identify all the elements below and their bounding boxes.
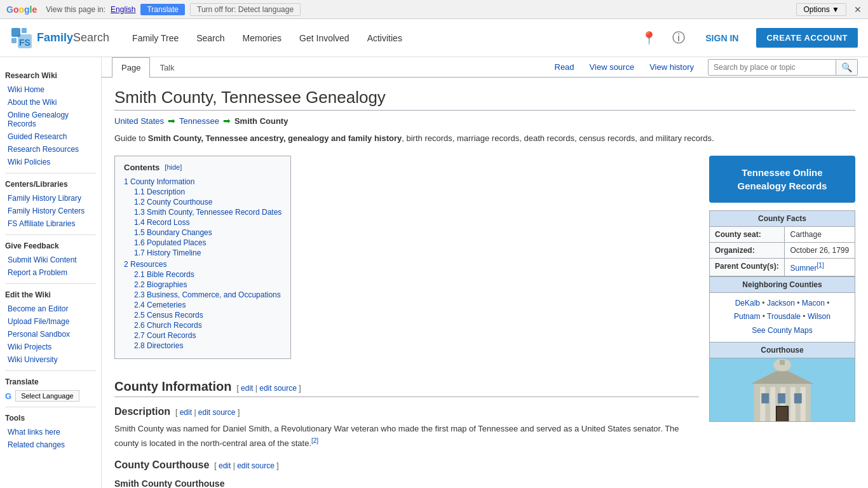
contents-link-1-5[interactable]: 1.5 Boundary Changes xyxy=(134,228,212,237)
sidebar-item-wiki-home[interactable]: Wiki Home xyxy=(5,84,96,95)
sidebar-item-family-history-centers[interactable]: Family History Centers xyxy=(5,205,96,217)
sidebar-item-personal-sandbox[interactable]: Personal Sandbox xyxy=(5,329,96,340)
organized-label: Organized: xyxy=(710,242,785,258)
contents-link-2-6[interactable]: 2.6 Church Records xyxy=(134,321,202,330)
action-view-source[interactable]: View source xyxy=(583,57,641,77)
sidebar-item-research-resources[interactable]: Research Resources xyxy=(5,144,96,155)
sidebar-divider-4 xyxy=(5,370,96,371)
sidebar-item-wiki-university[interactable]: Wiki University xyxy=(5,354,96,365)
options-button[interactable]: Options ▼ xyxy=(796,3,846,16)
sidebar-item-about-wiki[interactable]: About the Wiki xyxy=(5,97,96,108)
tab-page[interactable]: Page xyxy=(112,57,150,78)
action-view-history[interactable]: View history xyxy=(643,57,700,77)
nav-memories[interactable]: Memories xyxy=(235,28,289,48)
contents-link-1-6[interactable]: 1.6 Populated Places xyxy=(134,238,206,247)
desc-edit-source-link[interactable]: edit source xyxy=(198,408,236,417)
create-account-button[interactable]: CREATE ACCOUNT xyxy=(756,28,858,48)
neighbor-dekalb[interactable]: DeKalb xyxy=(735,299,760,308)
contents-link-1-7[interactable]: 1.7 History Timeline xyxy=(134,248,201,257)
logo-link[interactable]: FS FamilySearch xyxy=(10,27,109,50)
neighbor-wilson[interactable]: Wilson xyxy=(808,312,831,321)
language-link[interactable]: English xyxy=(111,5,135,14)
courthouse-header: County Courthouse [ edit | edit source ] xyxy=(114,459,699,471)
courthouse-edit-link[interactable]: edit xyxy=(219,461,231,470)
sidebar-item-report-problem[interactable]: Report a Problem xyxy=(5,267,96,278)
see-county-maps-link[interactable]: See County Maps xyxy=(752,326,812,335)
translate-bar: Google View this page in: English Transl… xyxy=(0,0,868,19)
sidebar-item-fs-affiliate-libraries[interactable]: FS Affiliate Libraries xyxy=(5,218,96,229)
article-main: Contents [hide] 1 County Information 1.1… xyxy=(114,156,699,488)
sidebar-divider-5 xyxy=(5,407,96,407)
parent-county-value: Sumner[1] xyxy=(785,258,855,276)
contents-link-1-4[interactable]: 1.4 Record Loss xyxy=(134,218,189,227)
svg-rect-11 xyxy=(801,387,806,422)
sidebar-item-family-history-library[interactable]: Family History Library xyxy=(5,193,96,204)
content-with-sidebar: Contents [hide] 1 County Information 1.1… xyxy=(114,156,855,488)
footnote-2: [2] xyxy=(311,437,318,444)
close-translate-button[interactable]: ✕ xyxy=(854,4,862,15)
sidebar-divider-2 xyxy=(5,234,96,235)
sidebar-item-related-changes[interactable]: Related changes xyxy=(5,439,96,451)
county-info-edit-source-link[interactable]: edit source xyxy=(259,384,297,393)
familysearch-logo-icon: FS xyxy=(10,27,33,50)
breadcrumb-us[interactable]: United States xyxy=(114,116,164,126)
wiki-search-button[interactable]: 🔍 xyxy=(836,60,857,75)
neighbor-putnam[interactable]: Putnam xyxy=(734,312,760,321)
sumner-link[interactable]: Sumner xyxy=(790,264,817,273)
county-info-edit-link[interactable]: edit xyxy=(241,384,253,393)
contents-link-2[interactable]: 2 Resources xyxy=(124,260,166,269)
sidebar-item-online-records[interactable]: Online Genealogy Records xyxy=(5,109,96,130)
contents-link-1[interactable]: 1 County Information xyxy=(124,177,194,186)
sidebar-item-guided-research[interactable]: Guided Research xyxy=(5,131,96,142)
breadcrumb-tn[interactable]: Tennessee xyxy=(179,116,219,126)
contents-link-2-5[interactable]: 2.5 Census Records xyxy=(134,311,203,320)
organized-value: October 26, 1799 xyxy=(785,242,855,258)
action-read[interactable]: Read xyxy=(548,57,581,77)
translate-button[interactable]: Translate xyxy=(140,4,185,15)
sidebar-item-upload-file[interactable]: Upload File/Image xyxy=(5,316,96,327)
breadcrumb-current: Smith County xyxy=(234,116,288,126)
nav-activities[interactable]: Activities xyxy=(360,28,410,48)
wiki-search-input[interactable] xyxy=(709,60,836,74)
sidebar-item-become-editor[interactable]: Become an Editor xyxy=(5,303,96,315)
sidebar-item-wiki-policies[interactable]: Wiki Policies xyxy=(5,156,96,168)
neighbor-trousdale[interactable]: Trousdale xyxy=(767,312,801,321)
contents-link-2-4[interactable]: 2.4 Cemeteries xyxy=(134,301,186,309)
select-language-button[interactable]: Select Language xyxy=(15,390,79,402)
tn-records-button[interactable]: Tennessee OnlineGenealogy Records xyxy=(709,156,855,203)
contents-link-1-1[interactable]: 1.1 Description xyxy=(134,187,185,196)
sidebar-item-what-links[interactable]: What links here xyxy=(5,426,96,438)
breadcrumb-arrow-2: ➡ xyxy=(223,116,231,126)
help-icon-button[interactable]: ⓘ xyxy=(670,27,688,49)
contents-link-2-2[interactable]: 2.2 Biographies xyxy=(134,280,187,289)
turnoff-button[interactable]: Turn off for: Detect language xyxy=(190,3,301,16)
neighboring-header: Neighboring Counties xyxy=(709,276,855,293)
desc-edit-link[interactable]: edit xyxy=(180,408,192,417)
main-nav: FS FamilySearch Family Tree Search Memor… xyxy=(0,19,868,57)
contents-link-2-3[interactable]: 2.3 Business, Commerce, and Occupations xyxy=(134,290,281,299)
county-seat-label: County seat: xyxy=(710,226,785,242)
contents-link-1-2[interactable]: 1.2 County Courthouse xyxy=(134,198,212,207)
svg-rect-7 xyxy=(760,387,765,422)
nav-search[interactable]: Search xyxy=(189,28,232,48)
sign-in-button[interactable]: SIGN IN xyxy=(698,28,746,48)
research-wiki-title: Research Wiki xyxy=(5,71,96,80)
contents-link-2-7[interactable]: 2.7 Court Records xyxy=(134,331,196,340)
svg-rect-1 xyxy=(22,28,27,33)
courthouse-name: Smith County Courthouse xyxy=(114,476,699,488)
courthouse-edit-source-link[interactable]: edit source xyxy=(237,461,275,470)
sidebar-item-wiki-projects[interactable]: Wiki Projects xyxy=(5,341,96,353)
nav-family-tree[interactable]: Family Tree xyxy=(125,28,186,48)
neighbor-macon[interactable]: Macon xyxy=(802,299,825,308)
svg-rect-16 xyxy=(761,393,769,403)
nav-get-involved[interactable]: Get Involved xyxy=(292,28,357,48)
contents-link-2-1[interactable]: 2.1 Bible Records xyxy=(134,270,194,279)
contents-hide-link[interactable]: [hide] xyxy=(165,163,182,171)
county-facts-header: County Facts xyxy=(710,210,855,226)
sidebar-item-submit-wiki[interactable]: Submit Wiki Content xyxy=(5,254,96,266)
contents-link-1-3[interactable]: 1.3 Smith County, Tennessee Record Dates xyxy=(134,208,281,217)
location-icon-button[interactable]: 📍 xyxy=(639,28,660,48)
neighbor-jackson[interactable]: Jackson xyxy=(767,299,795,308)
contents-link-2-8[interactable]: 2.8 Directories xyxy=(134,341,183,350)
tab-talk[interactable]: Talk xyxy=(150,57,184,78)
